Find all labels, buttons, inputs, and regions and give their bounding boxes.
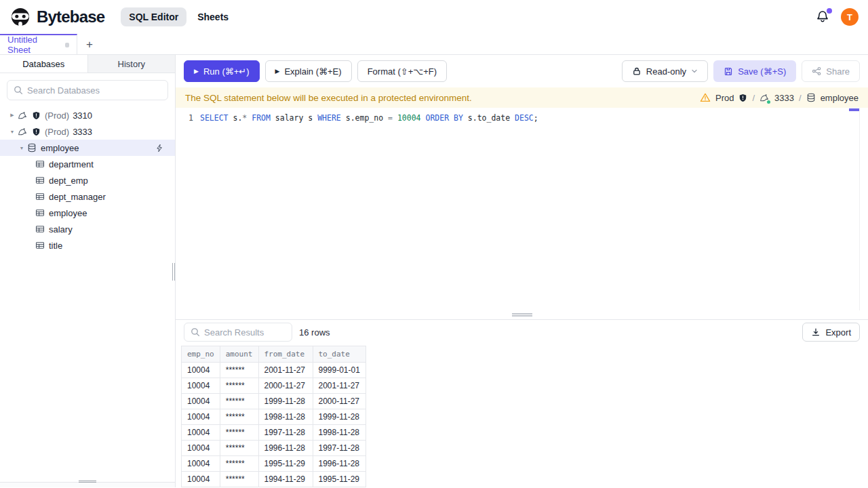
- table-cell[interactable]: ******: [220, 425, 258, 441]
- table-row[interactable]: 10004******1995-11-291996-11-28: [182, 456, 366, 472]
- sql-token: s.emp_no: [341, 113, 388, 123]
- mysql-icon: [18, 127, 28, 137]
- sidebar-spacer: [0, 253, 175, 482]
- tab-history[interactable]: History: [88, 55, 176, 73]
- avatar[interactable]: T: [841, 8, 859, 26]
- column-header-to_date[interactable]: to_date: [313, 346, 366, 363]
- table-cell[interactable]: 10004: [182, 456, 220, 472]
- sql-token: =: [388, 113, 393, 123]
- table-row[interactable]: 10004******1998-11-281999-11-28: [182, 409, 366, 425]
- sidebar-bottom-resize-handle[interactable]: [0, 482, 175, 487]
- table-cell[interactable]: 1997-11-28: [258, 425, 313, 441]
- nav-sql-editor[interactable]: SQL Editor: [121, 7, 186, 26]
- warning-icon: [700, 92, 711, 103]
- table-cell[interactable]: ******: [220, 409, 258, 425]
- table-cell[interactable]: 2001-11-27: [258, 363, 313, 378]
- column-header-from_date[interactable]: from_date: [258, 346, 313, 363]
- run-button[interactable]: ▶ Run (⌘+↵): [184, 60, 260, 82]
- add-sheet-button[interactable]: +: [77, 34, 102, 54]
- tree-table-title[interactable]: title: [0, 237, 175, 253]
- results-table-head-row: emp_noamountfrom_dateto_date: [182, 346, 366, 363]
- table-cell[interactable]: ******: [220, 472, 258, 487]
- app-header: Bytebase SQL Editor Sheets T: [0, 0, 868, 34]
- table-cell[interactable]: 10004: [182, 394, 220, 409]
- table-cell[interactable]: 1995-11-29: [258, 456, 313, 472]
- table-cell[interactable]: ******: [220, 394, 258, 409]
- tree-table-dept_emp[interactable]: dept_emp: [0, 172, 175, 188]
- format-button[interactable]: Format (⇧+⌥+F): [357, 60, 447, 82]
- table-row[interactable]: 10004******1997-11-281998-11-28: [182, 425, 366, 441]
- table-cell[interactable]: 10004: [182, 425, 220, 441]
- tree-instance-3333[interactable]: ▼ (Prod) 3333: [0, 123, 175, 140]
- chevron-down-icon[interactable]: ▼: [16, 146, 27, 150]
- bytebase-logo-icon: [9, 6, 31, 28]
- sidebar-resize-handle[interactable]: [172, 263, 175, 281]
- table-cell[interactable]: 2000-11-27: [258, 378, 313, 394]
- table-cell[interactable]: 1999-11-28: [258, 394, 313, 409]
- table-cell[interactable]: ******: [220, 456, 258, 472]
- tree-instance-3310[interactable]: ▶ (Prod) 3310: [0, 107, 175, 123]
- lightning-icon[interactable]: [155, 144, 164, 152]
- nav-sheets[interactable]: Sheets: [197, 12, 229, 22]
- table-cell[interactable]: 1995-11-29: [313, 472, 366, 487]
- table-cell[interactable]: 10004: [182, 409, 220, 425]
- table-cell[interactable]: 1996-11-28: [313, 456, 366, 472]
- notification-bell-button[interactable]: [815, 9, 831, 25]
- results-table-body: 10004******2001-11-279999-01-0110004****…: [182, 363, 366, 487]
- top-nav: SQL Editor Sheets: [121, 7, 229, 26]
- column-header-emp_no[interactable]: emp_no: [182, 346, 220, 363]
- table-row[interactable]: 10004******1994-11-291995-11-29: [182, 472, 366, 487]
- database-icon: [806, 93, 816, 102]
- table-cell[interactable]: 10004: [182, 472, 220, 487]
- table-row[interactable]: 10004******1999-11-282000-11-27: [182, 394, 366, 409]
- table-cell[interactable]: 1994-11-29: [258, 472, 313, 487]
- table-cell[interactable]: 1999-11-28: [313, 409, 366, 425]
- table-row[interactable]: 10004******2000-11-272001-11-27: [182, 378, 366, 394]
- sheet-tab-bar: Untitled Sheet +: [0, 34, 868, 55]
- table-cell[interactable]: 10004: [182, 378, 220, 394]
- table-cell[interactable]: 2000-11-27: [313, 394, 366, 409]
- sql-code-line[interactable]: SELECT s.* FROM salary s WHERE s.emp_no …: [200, 112, 538, 125]
- table-cell[interactable]: 1997-11-28: [313, 441, 366, 456]
- shield-icon: [738, 94, 747, 102]
- table-name: salary: [49, 224, 73, 235]
- tree-database-employee[interactable]: ▼ employee: [0, 140, 175, 156]
- database-icon: [27, 143, 37, 152]
- export-button[interactable]: Export: [802, 323, 860, 342]
- chevron-right-icon[interactable]: ▶: [7, 113, 18, 118]
- table-cell[interactable]: 10004: [182, 363, 220, 378]
- drag-grip-icon: [79, 481, 96, 483]
- breadcrumb-separator: /: [752, 93, 755, 103]
- tree-table-salary[interactable]: salary: [0, 221, 175, 237]
- tab-databases[interactable]: Databases: [0, 55, 88, 73]
- connection-breadcrumb: Prod / 3333 / employee: [700, 92, 859, 103]
- tree-table-employee[interactable]: employee: [0, 205, 175, 221]
- readonly-mode-dropdown[interactable]: Read-only: [622, 60, 708, 82]
- table-cell[interactable]: ******: [220, 378, 258, 394]
- table-cell[interactable]: 9999-01-01: [313, 363, 366, 378]
- table-row[interactable]: 10004******2001-11-279999-01-01: [182, 363, 366, 378]
- bytebase-logo[interactable]: Bytebase: [9, 6, 104, 28]
- results-panel-resize-handle[interactable]: [176, 310, 868, 320]
- table-cell[interactable]: ******: [220, 441, 258, 456]
- table-cell[interactable]: 10004: [182, 441, 220, 456]
- table-row[interactable]: 10004******1996-11-281997-11-28: [182, 441, 366, 456]
- table-cell[interactable]: 2001-11-27: [313, 378, 366, 394]
- tree-table-department[interactable]: department: [0, 156, 175, 172]
- table-cell[interactable]: ******: [220, 363, 258, 378]
- tree-table-dept_manager[interactable]: dept_manager: [0, 188, 175, 205]
- chevron-down-icon[interactable]: ▼: [7, 129, 18, 134]
- table-cell[interactable]: 1998-11-28: [258, 409, 313, 425]
- explain-button[interactable]: ▶ Explain (⌘+E): [265, 60, 352, 82]
- table-cell[interactable]: 1998-11-28: [313, 425, 366, 441]
- share-button[interactable]: Share: [802, 60, 860, 82]
- sql-editor[interactable]: 1 SELECT s.* FROM salary s WHERE s.emp_n…: [176, 108, 868, 310]
- search-databases-input[interactable]: [27, 85, 161, 96]
- save-button[interactable]: Save (⌘+S): [713, 60, 796, 82]
- table-cell[interactable]: 1996-11-28: [258, 441, 313, 456]
- column-header-amount[interactable]: amount: [220, 346, 258, 363]
- table-name: dept_emp: [49, 176, 88, 186]
- tab-untitled-sheet[interactable]: Untitled Sheet: [0, 34, 77, 54]
- sql-token: ;: [534, 113, 538, 123]
- brand-wordmark: Bytebase: [37, 7, 104, 26]
